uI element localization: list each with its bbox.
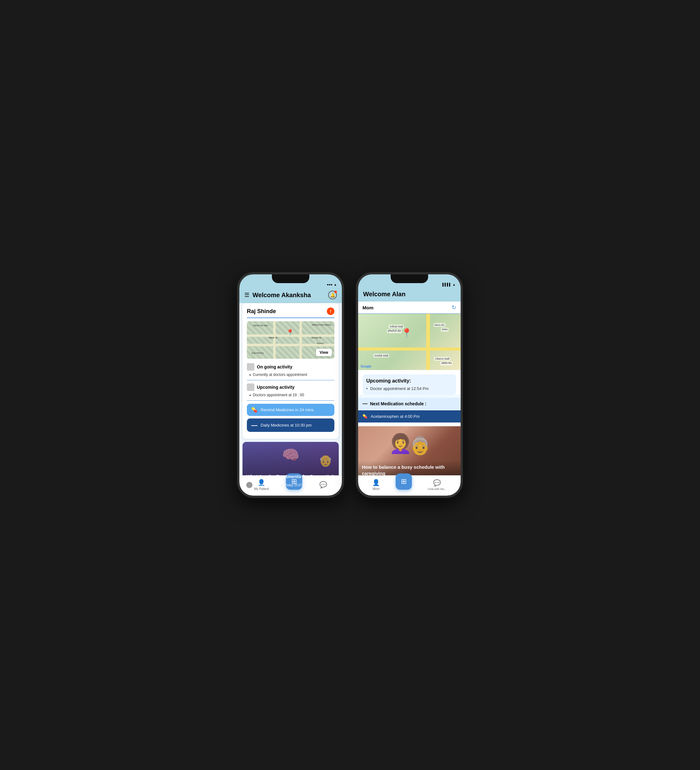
bottom-nav-right: 👤 Mom ⊞ 💬 Chat with Mo... — [358, 475, 461, 496]
bell-button[interactable]: 🔔 — [328, 291, 337, 299]
dot-separator-left: • — [281, 484, 283, 487]
app-header-left: ☰ Welcome Akanksha 🔔 — [239, 288, 342, 303]
refresh-icon[interactable]: ↻ — [451, 304, 456, 311]
map-malad-en: MALAD — [434, 323, 445, 327]
map-malad-hi: मालाड — [441, 328, 448, 332]
bullet-2: • — [249, 393, 251, 398]
article-section: 🧠 👴 What Are the Treatments for Dementia… — [242, 442, 339, 492]
patient-name: Raj Shinde — [247, 308, 276, 315]
ongoing-title: On going activity — [257, 364, 293, 369]
grid-icon-right: ⊞ — [401, 477, 407, 485]
map-oberoi: Oberoi Mall — [434, 357, 450, 361]
patient-header: Raj Shinde ! — [247, 307, 335, 318]
phone-akanksha: ●●● ▲ ☰ Welcome Akanksha 🔔 Raj — [238, 272, 344, 498]
article-time-left: Today 15:07 pm — [285, 484, 307, 487]
person-icon-nav-right: 👤 — [372, 479, 380, 486]
upcoming-card: Upcoming activity: • Doctor appointment … — [362, 374, 456, 395]
med-item-right: 💊 Acetaminophen at 4:00 Pm — [358, 410, 461, 422]
map-view[interactable]: Danos Tex Mex Military Park Station Bank… — [247, 321, 335, 359]
status-bar-right: ▌▌▌▌ ▲ — [358, 274, 461, 288]
ongoing-text: Currently at doctors appointment — [253, 372, 307, 377]
author-avatar-left — [246, 482, 252, 488]
upcoming-icon-box — [247, 383, 254, 391]
article-content-left: What Are the Treatments for Dementia? Sa… — [246, 474, 334, 489]
nav-mom[interactable]: 👤 Mom — [372, 479, 380, 491]
road-v2 — [299, 321, 302, 359]
google-map-right[interactable]: Infiniti Mall इन्फिनिटी मॉल MALAD मालाड … — [358, 314, 461, 370]
upcoming-item-right: • Doctor appointment at 12:54 Pm — [366, 386, 453, 391]
view-map-button[interactable]: View — [316, 349, 332, 356]
ongoing-activity-section: On going activity • Currently at doctors… — [247, 363, 335, 380]
med-schedule-title: Next Medication schedule : — [370, 401, 426, 406]
elderly-silhouette: 👵 — [409, 436, 431, 456]
signal-bars-right: ▌▌▌▌ — [443, 283, 451, 286]
status-icons-left: ●●● ▲ — [327, 283, 337, 286]
author-name-left: Sandeep Kanojia — [255, 484, 279, 487]
main-card-left: Raj Shinde ! Danos Tex Mex Military Park… — [242, 303, 339, 439]
road-horizontal-alan — [358, 348, 461, 351]
alert-icon: ! — [327, 307, 335, 315]
upcoming-title: Upcoming activity — [257, 385, 295, 390]
notification-dot — [335, 291, 337, 293]
pill-icon-right: 💊 — [362, 414, 367, 419]
people-silhouette: 👩‍🦱 — [389, 432, 412, 455]
welcome-title-left: Welcome Akanksha — [252, 291, 311, 299]
map-inorbit: Inorbit Mall — [373, 354, 389, 358]
road-vertical-alan — [426, 314, 430, 370]
map-label-3: Bank St — [269, 336, 278, 339]
med-schedule-header: — Next Medication schedule : — [358, 398, 461, 410]
chat-icon-right: 💬 — [433, 479, 441, 487]
map-label-5: Konoz — [317, 342, 324, 345]
map-infiniti-hindi: इन्फिनिटी मॉल — [387, 329, 402, 333]
remind-medicine-text: Remind Medicines in 24 mins — [260, 408, 314, 412]
upcoming-text-right: Doctor appointment at 12:54 Pm — [370, 386, 429, 391]
upcoming-title-right: Upcoming activity: — [366, 378, 453, 384]
map-label-2: Military Park Station — [312, 324, 331, 326]
google-logo: Google — [361, 365, 371, 368]
wifi-icon: ▲ — [334, 283, 337, 286]
app-header-right: Welcome Alan — [358, 288, 461, 302]
pill-icon-1: 💊 — [251, 407, 257, 413]
bullet-up-right: • — [366, 386, 368, 391]
daily-medicine-card[interactable]: — Daily Medicines at 10:30 pm — [247, 419, 335, 432]
article-card-left[interactable]: 🧠 👴 What Are the Treatments for Dementia… — [242, 442, 339, 492]
map-label-1: Danos Tex Mex — [253, 324, 268, 327]
remind-medicine-card[interactable]: 💊 Remind Medicines in 24 mins — [247, 404, 335, 416]
status-bar-left: ●●● ▲ — [239, 274, 342, 288]
person-label: Mom — [362, 305, 373, 310]
bullet-1: • — [249, 372, 251, 377]
ongoing-icon-box — [247, 363, 254, 370]
med-text-right: Acetaminophen at 4:00 Pm — [371, 414, 420, 419]
map-pin: 📍 — [286, 329, 294, 336]
signal-icon: ●●● — [327, 283, 333, 286]
map-label-6: Gap Factory — [252, 352, 264, 354]
dash-icon: — — [251, 422, 257, 429]
nav-mom-label: Mom — [373, 487, 380, 491]
upcoming-activity-section: Upcoming activity • Doctors appointment … — [247, 383, 335, 401]
phone-alan: ▌▌▌▌ ▲ Welcome Alan Mom ↻ Infiniti Mall — [356, 272, 462, 498]
nav-center-button-right[interactable]: ⊞ — [396, 474, 412, 490]
person-tab[interactable]: Mom ↻ — [358, 302, 461, 314]
article-bg: 🧠 👴 What Are the Treatments for Dementia… — [242, 442, 339, 492]
welcome-title-right: Welcome Alan — [363, 291, 406, 298]
menu-icon[interactable]: ☰ — [244, 291, 249, 298]
wifi-icon-right: ▲ — [453, 283, 456, 286]
spacer-right — [358, 422, 461, 426]
article-meta-left: Sandeep Kanojia • Today 15:07 pm — [246, 482, 334, 488]
map-oberoi-hi: ओबेरॉय मॉल — [440, 362, 453, 365]
upcoming-text: Doctors appointment at 19 : 00 — [253, 393, 304, 397]
upcoming-item: • Doctors appointment at 19 : 00 — [247, 393, 335, 398]
article-title-left: What Are the Treatments for Dementia? — [246, 474, 334, 480]
nav-chat-right[interactable]: 💬 Chat with Mo... — [428, 479, 446, 491]
ongoing-item: • Currently at doctors appointment — [247, 372, 335, 377]
map-pin-alan: 📍 — [401, 328, 412, 338]
dash-icon-med: — — [362, 401, 367, 406]
nav-chat-label: Chat with Mo... — [428, 487, 446, 491]
person-icon: 👴 — [319, 455, 333, 467]
upcoming-section-right: Upcoming activity: • Doctor appointment … — [358, 370, 461, 395]
road-v1 — [273, 321, 276, 359]
status-icons-right: ▌▌▌▌ ▲ — [443, 283, 456, 286]
brain-icon: 🧠 — [282, 446, 299, 463]
daily-medicine-text: Daily Medicines at 10:30 pm — [260, 423, 312, 427]
map-label-4: Broad St — [312, 336, 321, 339]
